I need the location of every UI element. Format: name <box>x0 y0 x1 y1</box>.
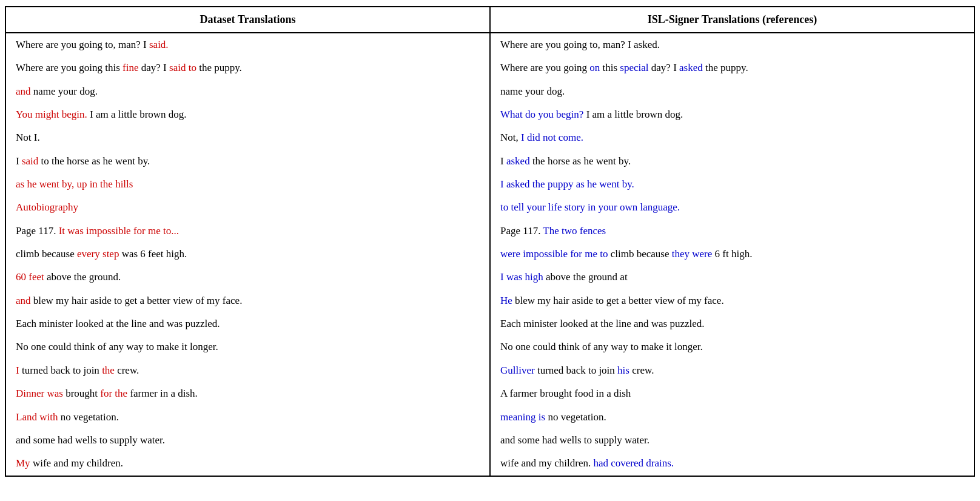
text-segment: Where are you going to, man? I <box>16 39 149 50</box>
text-line: wife and my children. had covered drains… <box>500 456 964 471</box>
right-cell: He blew my hair aside to get a better vi… <box>490 289 974 312</box>
text-segment: Gulliver <box>500 365 535 376</box>
left-cell: Where are you going this fine day? I sai… <box>6 56 490 79</box>
text-segment: No one could think of any way to make it… <box>16 341 218 352</box>
text-line: Page 117. The two fences <box>500 223 964 239</box>
text-segment: What do you begin? <box>500 109 583 120</box>
text-segment: no vegetation. <box>545 411 606 423</box>
text-line: You might begin. I am a little brown dog… <box>16 107 480 123</box>
text-line: Gulliver turned back to join his crew. <box>500 363 964 378</box>
table-row: No one could think of any way to make it… <box>6 335 974 358</box>
text-segment: name your dog. <box>500 86 565 97</box>
text-segment: Where are you going this <box>16 62 122 73</box>
text-line: My wife and my children. <box>16 456 480 471</box>
right-cell: wife and my children. had covered drains… <box>490 452 974 475</box>
text-segment: no vegetation. <box>58 411 119 423</box>
right-cell: What do you begin? I am a little brown d… <box>490 103 974 126</box>
table-row: Not I.Not, I did not come. <box>6 126 974 149</box>
text-line: and some had wells to supply water. <box>500 432 964 448</box>
text-segment: to tell your life story in your own lang… <box>500 201 680 213</box>
table-row: You might begin. I am a little brown dog… <box>6 103 974 126</box>
text-line: Where are you going to, man? I asked. <box>500 37 964 53</box>
text-line: Each minister looked at the line and was… <box>500 316 964 332</box>
text-segment: crew. <box>115 365 139 376</box>
translations-table: Dataset Translations ISL-Signer Translat… <box>6 7 974 476</box>
text-line: Autobiography <box>16 200 480 215</box>
text-segment: the <box>102 365 115 376</box>
text-segment: this <box>600 62 620 73</box>
text-segment: special <box>620 62 648 73</box>
text-segment: I <box>500 155 506 167</box>
table-row: Land with no vegetation.meaning is no ve… <box>6 406 974 429</box>
text-line: I asked the horse as he went by. <box>500 153 964 169</box>
text-line: 60 feet above the ground. <box>16 269 480 285</box>
text-line: Not I. <box>16 130 480 146</box>
text-segment: brought <box>63 388 100 399</box>
text-segment: the puppy. <box>703 62 748 73</box>
text-segment: were impossible for me to <box>500 248 608 260</box>
col1-header: Dataset Translations <box>6 7 490 33</box>
right-cell: A farmer brought food in a dish <box>490 382 974 405</box>
text-line: I said to the horse as he went by. <box>16 153 480 169</box>
text-segment: climb because <box>16 248 77 260</box>
text-line: and some had wells to supply water. <box>16 432 480 448</box>
text-line: No one could think of any way to make it… <box>500 339 964 355</box>
main-table-container: Dataset Translations ISL-Signer Translat… <box>5 6 975 477</box>
text-line: I was high above the ground at <box>500 269 964 285</box>
text-segment: Not, <box>500 132 521 143</box>
table-row: and blew my hair aside to get a better v… <box>6 289 974 312</box>
right-cell: Where are you going to, man? I asked. <box>490 33 974 56</box>
table-row: Where are you going to, man? I said.Wher… <box>6 33 974 56</box>
text-segment: I am a little brown dog. <box>583 109 683 120</box>
text-line: Land with no vegetation. <box>16 409 480 425</box>
text-segment: farmer in a dish. <box>127 388 198 399</box>
left-cell: Not I. <box>6 126 490 149</box>
left-cell: and name your dog. <box>6 80 490 103</box>
table-row: as he went by, up in the hillsI asked th… <box>6 173 974 196</box>
text-line: as he went by, up in the hills <box>16 177 480 192</box>
text-segment: Not I. <box>16 132 40 143</box>
text-segment: It was impossible for me to... <box>59 225 179 237</box>
left-cell: 60 feet above the ground. <box>6 266 490 289</box>
left-cell: climb because every step was 6 feet high… <box>6 243 490 266</box>
left-cell: You might begin. I am a little brown dog… <box>6 103 490 126</box>
text-segment: My <box>16 457 30 469</box>
text-segment: his <box>617 365 629 376</box>
text-line: He blew my hair aside to get a better vi… <box>500 293 964 309</box>
text-segment: wife and my children. <box>500 457 593 469</box>
left-cell: No one could think of any way to make it… <box>6 335 490 358</box>
table-row: climb because every step was 6 feet high… <box>6 243 974 266</box>
table-row: I turned back to join the crew.Gulliver … <box>6 359 974 382</box>
text-segment: Each minister looked at the line and was… <box>500 318 705 329</box>
text-segment: I asked the puppy as he went by. <box>500 178 634 190</box>
text-line: A farmer brought food in a dish <box>500 386 964 402</box>
text-line: I asked the puppy as he went by. <box>500 177 964 192</box>
text-segment: Dinner was <box>16 388 63 399</box>
left-cell: I said to the horse as he went by. <box>6 150 490 173</box>
right-cell: and some had wells to supply water. <box>490 429 974 452</box>
text-segment: I was high <box>500 271 543 283</box>
text-line: Dinner was brought for the farmer in a d… <box>16 386 480 402</box>
left-cell: Each minister looked at the line and was… <box>6 312 490 335</box>
text-segment: for the <box>100 388 127 399</box>
text-segment: name your dog. <box>31 86 98 97</box>
text-segment: to the horse as he went by. <box>38 155 150 167</box>
text-segment: I <box>16 155 22 167</box>
text-segment: on <box>589 62 600 73</box>
text-segment: Where are you going to, man? I asked. <box>500 39 660 50</box>
text-segment: Each minister looked at the line and was… <box>16 318 220 329</box>
text-segment: 6 ft high. <box>712 248 752 260</box>
left-cell: Page 117. It was impossible for me to... <box>6 220 490 243</box>
text-segment: was 6 feet high. <box>119 248 187 260</box>
text-segment: and <box>16 86 31 97</box>
text-segment: asked <box>506 155 530 167</box>
table-row: 60 feet above the ground.I was high abov… <box>6 266 974 289</box>
text-segment: said to <box>169 62 196 73</box>
right-cell: to tell your life story in your own lang… <box>490 196 974 219</box>
left-cell: and blew my hair aside to get a better v… <box>6 289 490 312</box>
text-line: were impossible for me to climb because … <box>500 246 964 262</box>
text-segment: asked <box>679 62 703 73</box>
text-segment: every step <box>77 248 119 260</box>
text-line: What do you begin? I am a little brown d… <box>500 107 964 123</box>
text-segment: Page 117. <box>500 225 543 237</box>
